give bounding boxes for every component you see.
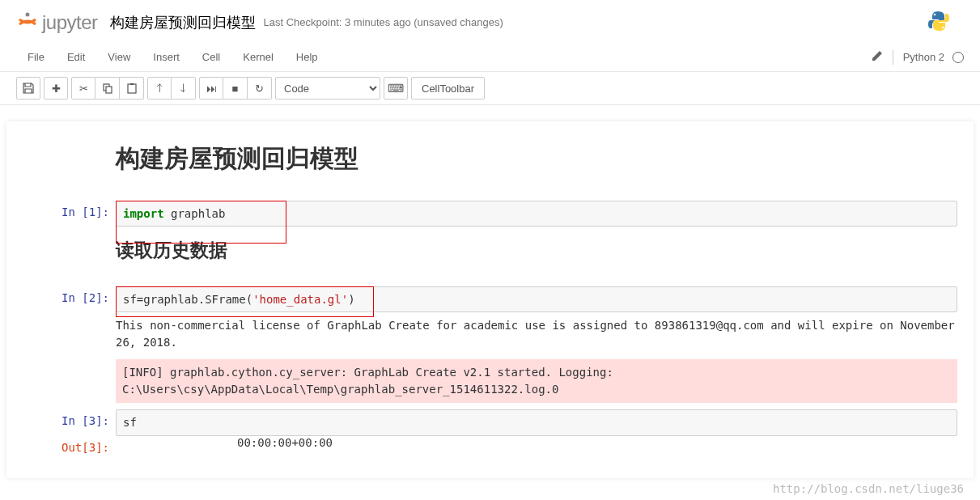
paste-icon [126,83,138,94]
input-prompt: In [2]: [23,286,116,306]
output-stderr: [INFO] graphlab.cython.cy_server: GraphL… [116,359,957,403]
code-keyword: import [123,207,164,220]
menu-help[interactable]: Help [285,46,329,68]
markdown-cell[interactable]: 读取历史数据 [6,233,974,280]
scissors-icon: ✂ [79,83,88,95]
move-up-button[interactable]: 🡑 [147,77,172,100]
svg-rect-5 [128,84,136,93]
menubar: File Edit View Insert Cell Kernel Help P… [0,43,980,72]
menu-cell[interactable]: Cell [191,46,231,68]
move-down-button[interactable]: 🡓 [172,77,196,100]
notebook-title[interactable]: 构建房屋预测回归模型 [110,13,256,32]
code-cell[interactable]: In [1]: import graphlab [6,201,974,227]
menu-edit[interactable]: Edit [56,46,96,68]
menu-kernel[interactable]: Kernel [231,46,285,68]
input-prompt: In [3]: [23,409,116,429]
menu-insert[interactable]: Insert [142,46,191,68]
svg-point-1 [934,14,936,16]
checkpoint-status: Last Checkpoint: 3 minutes ago (unsaved … [264,16,503,28]
svg-point-2 [942,27,944,29]
menu-view[interactable]: View [96,46,142,68]
toolbar: ✚ ✂ 🡑 🡓 ⏭ ■ ↻ Code ⌨ CellToolbar [0,72,980,105]
notebook-container: 构建房屋预测回归模型 In [1]: import graphlab 读取历史数… [6,121,974,478]
output-prompt: Out[3]: [23,436,116,456]
copy-button[interactable] [95,77,120,100]
notebook-heading2: 读取历史数据 [116,238,957,263]
pencil-icon[interactable] [872,50,883,64]
stop-button[interactable]: ■ [223,77,248,100]
cell-type-select[interactable]: Code [275,77,380,100]
divider [893,50,893,65]
save-button[interactable] [16,77,40,100]
stop-icon: ■ [232,83,239,95]
code-input[interactable]: sf [116,409,957,435]
watermark: http://blog.csdn.net/liuge36 [773,482,964,494]
notebook-header: jupyter 构建房屋预测回归模型 Last Checkpoint: 3 mi… [0,0,980,43]
code-text: sf [123,416,137,429]
restart-button[interactable]: ↻ [248,77,272,100]
add-cell-button[interactable]: ✚ [44,77,68,100]
menu-file[interactable]: File [16,46,56,68]
prompt-empty [23,138,116,144]
arrow-up-icon: 🡑 [155,83,165,95]
code-text: graphlab [164,207,226,220]
command-palette-button[interactable]: ⌨ [384,77,408,100]
jupyter-logo-icon [16,10,39,35]
plus-icon: ✚ [52,83,61,95]
kernel-name[interactable]: Python 2 [903,51,944,63]
save-icon [23,83,34,94]
code-cell[interactable]: In [2]: sf=graphlab.SFrame('home_data.gl… [6,286,974,403]
output-time: 00:00:00+00:00 [116,436,957,449]
run-button[interactable]: ⏭ [199,77,223,100]
copy-icon [102,83,113,94]
step-forward-icon: ⏭ [206,83,217,95]
cut-button[interactable]: ✂ [71,77,95,100]
celltoolbar-button[interactable]: CellToolbar [411,77,485,100]
svg-point-0 [26,13,30,17]
output-stdout: This non-commercial license of GraphLab … [116,312,957,356]
svg-rect-6 [130,83,134,85]
code-input[interactable]: import graphlab [116,201,957,227]
arrow-down-icon: 🡓 [178,83,189,95]
jupyter-logo-text: jupyter [42,11,98,34]
keyboard-icon: ⌨ [388,82,404,95]
code-input[interactable]: sf=graphlab.SFrame('home_data.gl') [116,286,957,312]
python-logo-icon [926,8,952,36]
code-text: ) [348,293,354,306]
code-cell[interactable]: In [3]: sf Out[3]: 00:00:00+00:00 [6,409,974,455]
prompt-empty [23,233,116,239]
paste-button[interactable] [120,77,144,100]
kernel-indicator-icon[interactable] [952,52,964,63]
svg-rect-4 [106,87,112,93]
input-prompt: In [1]: [23,201,116,220]
code-string: 'home_data.gl' [252,293,348,306]
code-text: sf=graphlab.SFrame( [123,293,252,306]
markdown-cell[interactable]: 构建房屋预测回归模型 [6,138,974,194]
notebook-heading1: 构建房屋预测回归模型 [116,142,957,176]
refresh-icon: ↻ [255,83,264,95]
